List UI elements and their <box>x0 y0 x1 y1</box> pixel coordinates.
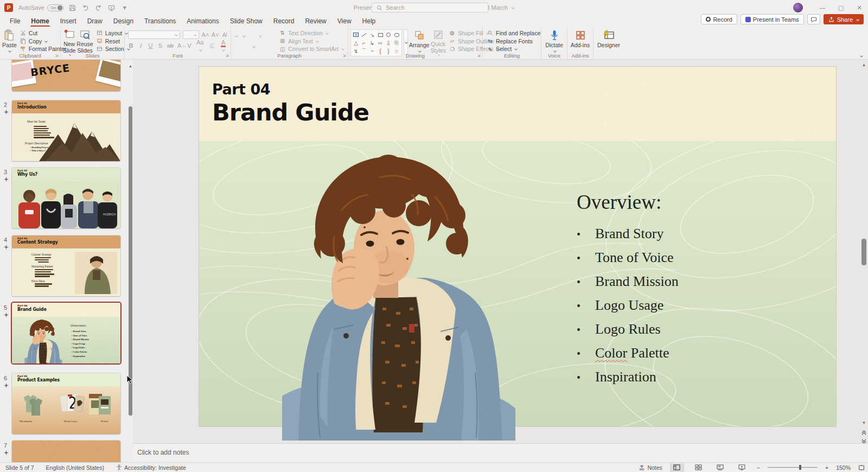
minimize-button[interactable]: — <box>814 1 831 15</box>
change-case-button[interactable]: Aa <box>195 39 205 52</box>
bold-button[interactable]: B <box>128 42 134 49</box>
tab-help[interactable]: Help <box>357 16 381 26</box>
arrange-button[interactable]: Arrange <box>409 28 429 53</box>
tab-review[interactable]: Review <box>299 16 331 26</box>
tab-home[interactable]: Home <box>25 16 54 26</box>
start-slideshow-icon[interactable] <box>108 4 116 11</box>
scroll-up-icon[interactable]: ▲ <box>860 61 868 69</box>
align-text-button[interactable]: ⊞Align Text <box>277 37 346 45</box>
slide-overview-placeholder[interactable]: Overview: •Brand Story•Tone of Voice•Bra… <box>577 190 679 393</box>
line-shape-icon[interactable] <box>362 33 367 37</box>
columns-button[interactable] <box>252 42 255 49</box>
paragraph-dialog-launcher[interactable]: ⇲ <box>342 53 346 58</box>
thumbnail-scrollbar[interactable]: ▲ <box>129 64 132 458</box>
thumbnail-slide-7[interactable] <box>12 441 120 462</box>
dictate-button[interactable]: Dictate <box>544 28 565 53</box>
account-avatar[interactable] <box>793 3 803 12</box>
text-direction-button[interactable]: ⇅Text Direction <box>277 29 346 37</box>
replace-fonts-button[interactable]: ⇆Replace Fonts <box>485 37 542 45</box>
arrow-shape-icon[interactable]: ↘ <box>368 31 376 39</box>
bullets-button[interactable] <box>234 31 238 38</box>
oval-shape-icon[interactable] <box>386 33 391 37</box>
thumbnail-slide-3[interactable]: Part 02 Why Us? HUDRICH <box>12 168 120 228</box>
paste-button[interactable]: Paste <box>2 28 17 53</box>
tab-transitions[interactable]: Transitions <box>139 16 181 26</box>
slide-editor[interactable]: Part 04 Brand Guide Overview: •Brand Sto… <box>199 67 836 426</box>
tab-animations[interactable]: Animations <box>181 16 224 26</box>
underline-button[interactable]: U <box>148 42 154 49</box>
comments-button[interactable] <box>807 14 820 24</box>
designer-button[interactable]: Designer <box>596 28 622 53</box>
slide-title-placeholder[interactable]: Part 04 Brand Guide <box>212 81 369 126</box>
new-slide-button[interactable]: New Slide <box>63 28 75 53</box>
line-spacing-button[interactable] <box>258 31 261 38</box>
italic-button[interactable]: I <box>138 42 144 49</box>
font-name-combo[interactable] <box>128 30 180 39</box>
main-scrollbar-thumb[interactable] <box>861 239 866 265</box>
rectangle-shape-icon[interactable] <box>378 33 383 37</box>
find-replace-button[interactable]: Find and Replace <box>485 29 542 37</box>
maximize-button[interactable]: ▢ <box>832 1 850 15</box>
character-spacing-button[interactable]: A⇔V <box>177 42 191 49</box>
down-arrow-shape-icon[interactable]: ⇩ <box>385 39 392 47</box>
record-button[interactable]: Record <box>701 14 737 24</box>
clipboard-dialog-launcher[interactable]: ⇲ <box>55 53 59 58</box>
tab-record[interactable]: Record <box>268 16 300 26</box>
clear-formatting-icon[interactable]: A̸ <box>221 31 227 38</box>
redo-icon[interactable] <box>95 4 103 11</box>
main-scrollbar[interactable]: ▲ ▼ <box>860 61 868 461</box>
decrease-font-icon[interactable]: A˅ <box>212 31 219 38</box>
present-in-teams-button[interactable]: Present in Teams <box>741 14 804 24</box>
tab-draw[interactable]: Draw <box>82 16 108 26</box>
scroll-down-icon[interactable]: ▼ <box>860 419 868 427</box>
zoom-level[interactable]: 150% <box>836 464 851 471</box>
tab-insert[interactable]: Insert <box>55 16 82 26</box>
elbow-connector-icon[interactable]: ⌐ <box>360 39 368 47</box>
tab-file[interactable]: File <box>4 16 25 26</box>
numbering-button[interactable] <box>242 31 245 38</box>
font-color-button[interactable]: A <box>219 39 227 52</box>
search-input[interactable]: Search <box>372 3 488 12</box>
save-icon[interactable] <box>69 4 76 11</box>
previous-slide-button[interactable] <box>860 429 868 437</box>
tab-design[interactable]: Design <box>108 16 139 26</box>
slide-person-photo[interactable] <box>282 145 515 441</box>
font-dialog-launcher[interactable]: ⇲ <box>225 53 229 58</box>
text-box-icon[interactable]: A <box>353 33 359 37</box>
thumbnail-scrollbar-thumb[interactable] <box>129 106 132 416</box>
powerpoint-logo-icon[interactable]: P <box>4 3 13 12</box>
zoom-in-button[interactable]: + <box>825 464 828 471</box>
thumbnail-slide-2[interactable]: Part 01 Introduction Meet the Team: Proj… <box>12 100 120 161</box>
reading-view-button[interactable] <box>713 463 727 472</box>
elbow-arrow-icon[interactable]: ↳ <box>368 39 376 47</box>
title-chevron-icon[interactable] <box>512 6 515 9</box>
zoom-slider-thumb[interactable] <box>799 465 801 470</box>
right-arrow-shape-icon[interactable]: ⇨ <box>376 39 384 47</box>
convert-smartart-button[interactable]: ◫Convert to SmartArt <box>277 45 346 53</box>
slide-sorter-view-button[interactable] <box>692 463 706 472</box>
increase-font-icon[interactable]: A˄ <box>202 31 209 38</box>
slideshow-view-button[interactable] <box>735 463 749 472</box>
undo-icon[interactable] <box>82 4 90 11</box>
flag-shape-icon[interactable]: ⎘ <box>393 39 400 47</box>
addins-button[interactable]: Add-ins <box>570 28 591 53</box>
customize-qat-icon[interactable]: ▾ <box>121 4 129 11</box>
notes-toggle-button[interactable]: Notes <box>639 464 662 471</box>
autosave-toggle[interactable]: AutoSave On <box>18 4 63 11</box>
rounded-rectangle-shape-icon[interactable] <box>394 33 399 37</box>
shapes-more-button[interactable] <box>404 29 408 55</box>
thumbnail-slide-4[interactable]: Part 03 Content Strategy Current Strateg… <box>12 235 120 296</box>
collapse-ribbon-icon[interactable] <box>859 52 863 58</box>
zoom-out-button[interactable]: − <box>757 464 760 471</box>
thumbnail-slide-6[interactable]: Part 05 Product Examples <box>12 373 120 434</box>
thumbnail-slide-1[interactable]: BRYCE <box>12 60 120 91</box>
fit-to-window-icon[interactable] <box>858 464 865 471</box>
reuse-slides-button[interactable]: Reuse Slides <box>76 28 93 53</box>
accessibility-button[interactable]: Accessibility: Investigate <box>116 464 186 471</box>
shadow-button[interactable]: S <box>157 42 163 49</box>
tab-slide-show[interactable]: Slide Show <box>225 16 268 26</box>
zoom-slider[interactable] <box>768 467 818 468</box>
language-button[interactable]: English (United States) <box>46 464 104 471</box>
triangle-shape-icon[interactable]: △ <box>352 39 360 47</box>
quick-styles-button[interactable]: Quick Styles <box>430 28 446 53</box>
